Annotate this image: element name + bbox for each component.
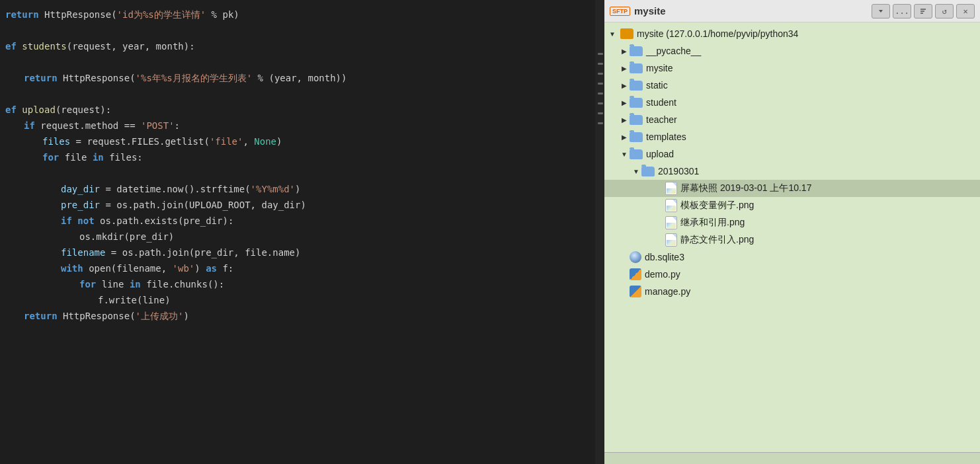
code-token: HttpResponse( bbox=[58, 73, 136, 83]
code-token: 'POST' bbox=[141, 120, 175, 131]
code-token: % pk) bbox=[206, 9, 239, 20]
code-token: : bbox=[175, 120, 180, 131]
tree-item-label: upload bbox=[646, 149, 674, 159]
tree-item-mysite-dir[interactable]: mysite bbox=[604, 59, 980, 77]
code-token: for bbox=[79, 279, 96, 290]
tree-item-label: 模板变量例子.png bbox=[680, 200, 754, 212]
code-line: with open(filename, 'wb') as f: bbox=[0, 260, 595, 276]
code-token: = os.path.join(pre_dir, file.name) bbox=[105, 247, 300, 258]
code-token: HttpResponse( bbox=[39, 9, 117, 20]
tree-item-inherit[interactable]: 继承和引用.png bbox=[604, 214, 980, 231]
folder-icon bbox=[641, 167, 655, 176]
code-line: f.write(line) bbox=[0, 292, 595, 308]
tree-item-label: 屏幕快照 2019-03-01 上午10.17 bbox=[680, 182, 811, 194]
tree-item-20190301[interactable]: 20190301 bbox=[604, 163, 980, 180]
code-scrollbar[interactable] bbox=[595, 0, 604, 464]
code-token: files: bbox=[104, 152, 143, 163]
code-token: file bbox=[59, 152, 93, 163]
tree-item-manage-py[interactable]: manage.py bbox=[604, 283, 980, 300]
code-token: 'wb' bbox=[173, 263, 195, 274]
tree-item-static[interactable]: static bbox=[604, 77, 980, 94]
folder-icon bbox=[630, 149, 643, 159]
code-line: return HttpResponse('id为%s的学生详情' % pk) bbox=[0, 7, 595, 22]
code-token: line bbox=[96, 279, 130, 290]
bottom-bar bbox=[604, 452, 980, 464]
tree-item-template-var[interactable]: 模板变量例子.png bbox=[604, 197, 980, 214]
tree-item-upload[interactable]: upload bbox=[604, 145, 980, 163]
tree-item-static-file[interactable]: 静态文件引入.png bbox=[604, 231, 980, 249]
code-line: for line in file.chunks(): bbox=[0, 276, 595, 292]
code-token: request.method == bbox=[35, 120, 141, 131]
code-line: if not os.path.exists(pre_dir): bbox=[0, 213, 595, 229]
code-token: open(filename, bbox=[83, 263, 173, 274]
code-line bbox=[0, 86, 595, 102]
code-line: files = request.FILES.getlist('file', No… bbox=[0, 134, 595, 149]
py-icon bbox=[630, 268, 641, 280]
tree-item-label: teacher bbox=[646, 114, 677, 125]
tree-arrow bbox=[619, 65, 630, 72]
code-token: f.write(line) bbox=[98, 295, 171, 305]
code-token: os.mkdir(pre_dir) bbox=[79, 231, 174, 242]
code-content: return HttpResponse('id为%s的学生详情' % pk) e… bbox=[0, 7, 595, 324]
tree-item-screenshot[interactable]: 屏幕快照 2019-03-01 上午10.17 bbox=[604, 180, 980, 197]
header-buttons: ... ↺ ✕ bbox=[872, 4, 975, 19]
code-line bbox=[0, 165, 595, 181]
code-token: return bbox=[24, 73, 58, 83]
code-token: = request.FILES.getlist( bbox=[70, 136, 210, 147]
scroll-marks bbox=[598, 53, 603, 124]
code-token: file.chunks(): bbox=[141, 279, 224, 290]
tree-root[interactable]: mysite (127.0.0.1/home/pyvip/python34 bbox=[604, 25, 980, 42]
code-token: ef bbox=[5, 104, 17, 115]
tree-arrow bbox=[619, 151, 630, 158]
code-line: ef students(request, year, month): bbox=[0, 38, 595, 54]
tree-item-demo-py[interactable]: demo.py bbox=[604, 266, 980, 283]
code-token: in bbox=[93, 152, 104, 163]
code-line: ef upload(request): bbox=[0, 102, 595, 118]
code-token: ef bbox=[5, 41, 17, 52]
tree-item-label: static bbox=[646, 80, 668, 91]
tree-item-label: demo.py bbox=[645, 269, 680, 280]
more-button[interactable]: ... bbox=[893, 4, 911, 19]
code-token: not bbox=[77, 215, 94, 226]
tree-root-label: mysite (127.0.0.1/home/pyvip/python34 bbox=[637, 28, 798, 39]
sftp-badge: SFTP bbox=[610, 7, 630, 16]
code-token: return bbox=[5, 9, 39, 20]
code-token: os.path.exists(pre_dir): bbox=[95, 215, 234, 226]
code-token: (request, year, month): bbox=[67, 41, 195, 52]
code-token: HttpResponse( bbox=[58, 311, 136, 321]
code-token: students bbox=[22, 41, 66, 52]
tree-item-student[interactable]: student bbox=[604, 94, 980, 111]
code-line bbox=[0, 54, 595, 70]
tree-item-db-sqlite[interactable]: db.sqlite3 bbox=[604, 249, 980, 266]
tree-item-label: db.sqlite3 bbox=[645, 252, 684, 262]
tree-item-label: 继承和引用.png bbox=[680, 217, 745, 229]
sort-button[interactable] bbox=[914, 4, 932, 19]
code-token: ) bbox=[183, 311, 188, 321]
code-line: filename = os.path.join(pre_dir, file.na… bbox=[0, 245, 595, 260]
close-button[interactable]: ✕ bbox=[956, 4, 975, 19]
code-token: '%Y%m%d' bbox=[251, 184, 295, 194]
tree-arrow bbox=[619, 116, 630, 124]
tree-arrow bbox=[619, 134, 630, 141]
png-icon bbox=[665, 182, 677, 195]
png-icon bbox=[665, 216, 677, 229]
code-token: % (year, month)) bbox=[252, 73, 347, 83]
code-token: (request): bbox=[56, 104, 111, 115]
png-icon bbox=[665, 199, 677, 212]
code-token: 'file' bbox=[210, 136, 243, 147]
tree-item-label: 静态文件引入.png bbox=[680, 234, 754, 246]
tree-arrow bbox=[631, 168, 641, 175]
code-token: for bbox=[42, 152, 59, 163]
code-token: = datetime.now().strftime( bbox=[100, 184, 251, 194]
tree-item-pycache[interactable]: __pycache__ bbox=[604, 42, 980, 59]
code-token: ) bbox=[295, 184, 300, 194]
refresh-button[interactable]: ↺ bbox=[935, 4, 954, 19]
py-icon bbox=[630, 286, 641, 297]
code-line: return HttpResponse('上传成功') bbox=[0, 308, 595, 324]
dropdown-button[interactable] bbox=[872, 4, 890, 19]
tree-item-templates[interactable]: templates bbox=[604, 128, 980, 145]
site-name: mysite bbox=[634, 5, 666, 17]
sftp-folder-icon bbox=[620, 28, 633, 39]
code-token: f: bbox=[217, 263, 233, 274]
tree-item-teacher[interactable]: teacher bbox=[604, 111, 980, 128]
